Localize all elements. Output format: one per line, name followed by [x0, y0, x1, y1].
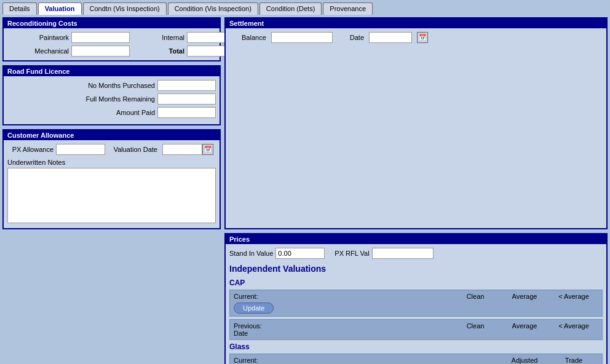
paintwork-input[interactable] — [71, 32, 130, 43]
px-rfl-label: PX RFL Val — [335, 250, 369, 257]
reconditioning-body: Paintwork Internal Mechanical Total — [4, 28, 220, 60]
settlement-body: Balance Date 📅 — [226, 28, 606, 47]
tab-provenance[interactable]: Provenance — [323, 2, 373, 15]
full-months-row: Full Months Remaining — [7, 93, 216, 105]
cap-prev-average-label: Average — [500, 322, 549, 330]
cap-clean-label: Clean — [451, 293, 500, 300]
balance-label: Balance — [242, 34, 266, 41]
glass-current-row: Current: Adjusted Trade — [234, 357, 598, 364]
settlement-title: Settlement — [226, 18, 606, 28]
amount-paid-label: Amount Paid — [116, 109, 155, 116]
balance-input[interactable] — [271, 32, 333, 43]
settlement-date-input[interactable] — [369, 32, 412, 43]
customer-allowance-body: PX Allowance Valuation Date 📅 Underwritt… — [4, 140, 220, 228]
cap-previous-row: Previous: Clean Average < Average — [234, 322, 598, 330]
road-fund-panel: Road Fund Licence No Months Purchased Fu… — [2, 65, 221, 125]
reconditioning-panel: Reconditioning Costs Paintwork Internal … — [2, 17, 221, 61]
glass-title: Glass — [229, 342, 603, 351]
cap-title: CAP — [229, 279, 603, 287]
paintwork-label: Paintwork — [7, 34, 69, 41]
cap-previous-label: Previous: — [234, 322, 451, 330]
tab-bar: Details Valuation Condtn (Vis Inspection… — [0, 0, 610, 15]
tab-condtn-vis[interactable]: Condtn (Vis Inspection) — [83, 2, 167, 15]
reconditioning-title: Reconditioning Costs — [4, 18, 220, 28]
prices-panel: Prices Stand In Value PX RFL Val Indepen… — [224, 233, 608, 364]
main-content: Reconditioning Costs Paintwork Internal … — [0, 15, 610, 364]
no-months-input[interactable] — [157, 80, 216, 91]
px-allowance-input[interactable] — [56, 144, 105, 155]
left-column: Reconditioning Costs Paintwork Internal … — [2, 17, 221, 229]
amount-paid-input[interactable] — [157, 107, 216, 118]
cap-average-label: Average — [500, 293, 549, 300]
tab-condition-dets[interactable]: Condition (Dets) — [259, 2, 322, 15]
cap-current-subpanel: Current: Clean Average < Average Update — [229, 290, 603, 317]
glass-current-label: Current: — [234, 357, 500, 364]
cap-current-row: Current: Clean Average < Average — [234, 293, 598, 300]
cap-date-row: Date — [234, 330, 598, 337]
underwritten-notes-label: Underwritten Notes — [7, 159, 216, 166]
stand-in-input[interactable] — [275, 248, 325, 259]
road-fund-body: No Months Purchased Full Months Remainin… — [4, 76, 220, 124]
cap-previous-subpanel: Previous: Clean Average < Average Date — [229, 319, 603, 340]
mechanical-input[interactable] — [71, 46, 130, 57]
customer-allowance-title: Customer Allowance — [4, 130, 220, 140]
no-months-row: No Months Purchased — [7, 80, 216, 91]
no-months-label: No Months Purchased — [88, 82, 155, 89]
cap-less-avg-label: < Average — [549, 293, 598, 300]
cap-current-label: Current: — [234, 293, 451, 300]
cap-prev-clean-label: Clean — [451, 322, 500, 330]
cap-prev-less-avg-label: < Average — [549, 322, 598, 330]
glass-current-subpanel: Current: Adjusted Trade Update — [229, 354, 603, 364]
road-fund-title: Road Fund Licence — [4, 66, 220, 76]
total-label: Total — [135, 47, 184, 55]
cap-update-button[interactable]: Update — [234, 303, 274, 314]
valuation-date-label: Valuation Date — [111, 146, 157, 153]
amount-paid-row: Amount Paid — [7, 107, 216, 118]
px-allowance-row: PX Allowance Valuation Date 📅 — [7, 144, 216, 155]
valuation-date-input[interactable] — [162, 144, 202, 155]
underwritten-notes-textarea[interactable] — [7, 168, 216, 223]
glass-adjusted-label: Adjusted — [500, 357, 549, 364]
customer-allowance-panel: Customer Allowance PX Allowance Valuatio… — [2, 129, 221, 229]
settlement-calendar-icon[interactable]: 📅 — [417, 32, 428, 43]
stand-in-label: Stand In Value — [229, 250, 273, 257]
tab-condition-vis[interactable]: Condition (Vis Inspection) — [168, 2, 258, 15]
settlement-panel: Settlement Balance Date 📅 — [224, 17, 608, 229]
ind-val-title: Independent Valuations — [229, 264, 603, 274]
internal-label: Internal — [135, 34, 184, 41]
prices-body: Stand In Value PX RFL Val Independent Va… — [226, 244, 606, 364]
mechanical-label: Mechanical — [7, 47, 69, 55]
valuation-date-calendar-icon[interactable]: 📅 — [202, 144, 213, 155]
glass-trade-label: Trade — [549, 357, 598, 364]
stand-in-row: Stand In Value PX RFL Val — [229, 248, 603, 259]
tab-details[interactable]: Details — [2, 2, 37, 15]
full-months-input[interactable] — [157, 93, 216, 105]
date-label: Date — [350, 34, 364, 41]
px-allowance-label: PX Allowance — [7, 146, 53, 153]
tab-valuation[interactable]: Valuation — [38, 2, 82, 15]
px-rfl-input[interactable] — [372, 248, 434, 259]
prices-title: Prices — [226, 234, 606, 244]
full-months-label: Full Months Remaining — [86, 95, 156, 103]
